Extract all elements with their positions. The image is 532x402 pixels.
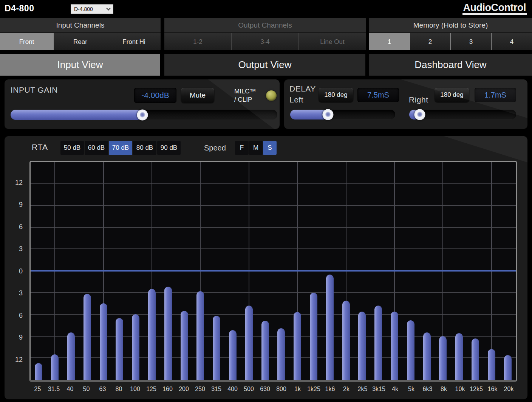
y-axis-label: 3: [8, 245, 23, 253]
x-axis-label: 125: [146, 386, 156, 393]
x-axis-label: 40: [67, 386, 74, 393]
input-channels-section: Input Channels Front Rear Front Hi: [0, 18, 161, 50]
rta-speed-slow-button[interactable]: S: [263, 141, 277, 155]
rta-panel: RTA 50 dB 60 dB 70 dB 80 dB 90 dB Speed …: [5, 136, 527, 399]
delay-left-slider-thumb[interactable]: [323, 109, 334, 120]
memory-3-button[interactable]: 3: [451, 33, 492, 50]
y-axis-label: 12: [8, 179, 23, 187]
rta-bar-20k: [504, 355, 512, 380]
rta-bar-250: [196, 291, 204, 380]
rta-bar-6k3: [423, 332, 431, 380]
memory-section: Memory (Hold to Store) 1 2 3 4: [369, 18, 532, 50]
rta-x-axis: 2531.54050638010012516020025031540050063…: [29, 386, 517, 396]
rta-bar-25: [35, 363, 42, 380]
rta-bar-2k5: [358, 312, 366, 380]
rta-bar-200: [181, 311, 188, 380]
x-axis-label: 8k: [441, 386, 447, 393]
milc-clip-label: MILC™ / CLIP: [234, 87, 256, 104]
delay-left-label: Left: [289, 95, 303, 104]
rta-50db-button[interactable]: 50 dB: [60, 141, 84, 155]
output-channels-header: Output Channels: [164, 18, 366, 33]
delay-left-slider[interactable]: [290, 110, 395, 120]
input-gain-slider-fill: [11, 110, 142, 120]
memory-1-button[interactable]: 1: [369, 33, 410, 50]
x-axis-label: 800: [276, 386, 286, 393]
y-axis-label: 3: [8, 289, 23, 297]
rta-bar-4k: [391, 312, 398, 380]
rta-y-axis: 12963036912: [5, 161, 26, 382]
app-window: D4-800 D-4.800 AudioControl Input Channe…: [0, 0, 532, 402]
y-axis-label: 12: [8, 356, 23, 364]
delay-panel: DELAY Left 180 deg 7.5mS Right 180 deg 1…: [284, 79, 527, 129]
rta-bar-630: [261, 321, 269, 380]
input-channel-front-button[interactable]: Front: [0, 33, 54, 50]
y-axis-label: 9: [8, 334, 23, 341]
rta-bar-80: [116, 318, 123, 380]
rta-bar-160: [164, 287, 172, 380]
input-channels-header: Input Channels: [0, 18, 161, 33]
input-channel-front-hi-button[interactable]: Front Hi: [107, 33, 161, 50]
rta-90db-button[interactable]: 90 dB: [157, 141, 181, 155]
tab-input-view[interactable]: Input View: [0, 54, 160, 76]
delay-left-value[interactable]: 7.5mS: [357, 88, 399, 102]
rta-label: RTA: [32, 143, 48, 152]
x-axis-label: 6k3: [423, 386, 433, 393]
rta-60db-button[interactable]: 60 dB: [85, 141, 108, 155]
y-axis-label: 6: [8, 223, 23, 231]
delay-right-slider[interactable]: [409, 110, 516, 120]
delay-right-phase-button[interactable]: 180 deg: [435, 88, 469, 102]
x-axis-label: 2k: [343, 386, 350, 393]
output-channel-3-4-button[interactable]: 3-4: [232, 33, 299, 50]
tab-output-view[interactable]: Output View: [164, 54, 365, 76]
rta-bar-16k: [488, 349, 495, 380]
x-axis-label: 2k5: [358, 386, 368, 393]
milc-clip-led-indicator: [266, 90, 277, 101]
rta-speed-fast-button[interactable]: F: [235, 141, 249, 155]
delay-right-slider-thumb[interactable]: [414, 109, 425, 120]
chevron-down-icon: [106, 6, 110, 10]
rta-plot: [29, 161, 517, 382]
x-axis-label: 31.5: [48, 386, 60, 393]
x-axis-label: 250: [195, 386, 205, 393]
rta-db-range-buttons: 50 dB 60 dB 70 dB 80 dB 90 dB: [60, 141, 181, 155]
zero-db-reference-line: [31, 270, 516, 272]
rta-bar-1k25: [310, 293, 317, 380]
x-axis-label: 3k15: [372, 386, 385, 393]
tab-dashboard-view[interactable]: Dashboard View: [369, 54, 532, 76]
x-axis-label: 100: [130, 386, 140, 393]
memory-4-button[interactable]: 4: [492, 33, 532, 50]
output-channel-line-out-button[interactable]: Line Out: [299, 33, 366, 50]
x-axis-label: 63: [99, 386, 106, 393]
input-gain-label: INPUT GAIN: [11, 85, 58, 95]
rta-bar-315: [213, 316, 220, 380]
input-gain-slider[interactable]: [11, 110, 277, 120]
rta-bar-100: [132, 314, 139, 380]
rta-speed-medium-button[interactable]: M: [249, 141, 263, 155]
x-axis-label: 315: [211, 386, 221, 393]
mute-button[interactable]: Mute: [181, 88, 214, 103]
input-gain-slider-thumb[interactable]: [137, 109, 148, 120]
input-channel-rear-button[interactable]: Rear: [54, 33, 107, 50]
rta-bar-40: [67, 332, 75, 380]
rta-bar-125: [148, 289, 156, 380]
memory-header: Memory (Hold to Store): [369, 18, 532, 33]
x-axis-label: 1k25: [307, 386, 320, 393]
delay-left-phase-button[interactable]: 180 deg: [319, 88, 353, 102]
x-axis-label: 20k: [504, 386, 514, 393]
rta-80db-button[interactable]: 80 dB: [133, 141, 156, 155]
rta-bar-8k: [439, 336, 447, 380]
x-axis-label: 400: [227, 386, 238, 393]
memory-2-button[interactable]: 2: [410, 33, 451, 50]
device-selector-dropdown[interactable]: D-4.800: [71, 4, 113, 14]
x-axis-label: 5k: [408, 386, 414, 393]
output-channel-1-2-button[interactable]: 1-2: [164, 33, 232, 50]
rta-70db-button[interactable]: 70 dB: [109, 141, 132, 155]
delay-right-label: Right: [409, 95, 428, 104]
x-axis-label: 630: [260, 386, 270, 393]
rta-bar-3k15: [374, 306, 382, 380]
y-axis-label: 9: [8, 201, 23, 209]
delay-right-value[interactable]: 1.7mS: [475, 88, 516, 102]
input-gain-value[interactable]: -4.00dB: [134, 88, 176, 103]
output-channels-section: Output Channels 1-2 3-4 Line Out: [164, 18, 366, 50]
y-axis-label: 0: [8, 267, 23, 275]
